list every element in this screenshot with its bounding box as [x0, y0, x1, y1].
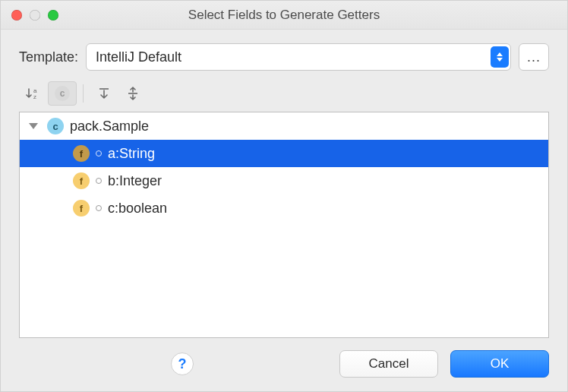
toolbar: a z c	[19, 81, 549, 106]
help-button[interactable]: ?	[171, 352, 194, 375]
tree-field-label: b:Integer	[108, 173, 162, 189]
dialog-window: Select Fields to Generate Getters Templa…	[0, 0, 568, 392]
visibility-icon	[96, 205, 102, 211]
close-window-button[interactable]	[11, 10, 22, 21]
expand-all-icon	[96, 86, 112, 101]
zoom-window-button[interactable]	[48, 10, 58, 21]
field-tree[interactable]: c pack.Sample f a:String f b:Integer f c…	[19, 112, 549, 338]
show-classes-button[interactable]: c	[48, 81, 77, 106]
field-icon: f	[73, 172, 90, 189]
ok-button[interactable]: OK	[450, 350, 549, 378]
class-badge-icon: c	[55, 86, 70, 101]
visibility-icon	[96, 150, 102, 156]
window-title: Select Fields to Generate Getters	[1, 8, 567, 23]
sort-alpha-icon: a z	[26, 86, 41, 101]
sort-alpha-button[interactable]: a z	[19, 81, 48, 106]
tree-field-row[interactable]: f a:String	[20, 140, 548, 167]
titlebar: Select Fields to Generate Getters	[1, 1, 567, 30]
expand-all-button[interactable]	[90, 81, 118, 106]
svg-text:z: z	[33, 93, 36, 100]
template-select[interactable]: IntelliJ Default	[86, 43, 511, 71]
ok-button-label: OK	[491, 356, 510, 371]
chevron-updown-icon	[491, 46, 509, 68]
template-label: Template:	[19, 49, 78, 65]
dialog-content: Template: IntelliJ Default ... a z	[1, 30, 567, 391]
tree-field-row[interactable]: f b:Integer	[20, 167, 548, 194]
template-browse-button[interactable]: ...	[519, 43, 549, 71]
field-icon: f	[73, 145, 90, 162]
cancel-button-label: Cancel	[369, 356, 409, 371]
template-select-value: IntelliJ Default	[96, 49, 181, 65]
class-icon: c	[47, 118, 64, 134]
ellipsis-icon: ...	[527, 49, 541, 65]
minimize-window-button	[30, 10, 40, 21]
collapse-all-button[interactable]	[118, 81, 147, 106]
tree-field-row[interactable]: f c:boolean	[20, 194, 548, 222]
collapse-all-icon	[125, 86, 140, 101]
toolbar-separator	[83, 84, 84, 103]
question-icon: ?	[178, 356, 187, 372]
tree-root-row[interactable]: c pack.Sample	[20, 112, 548, 140]
tree-field-label: a:String	[108, 146, 155, 162]
visibility-icon	[96, 178, 102, 184]
template-row: Template: IntelliJ Default ...	[19, 43, 549, 71]
cancel-button[interactable]: Cancel	[339, 350, 438, 378]
tree-field-label: c:boolean	[108, 201, 167, 217]
dialog-footer: ? Cancel OK	[19, 338, 549, 378]
window-controls	[1, 10, 58, 21]
tree-root-label: pack.Sample	[70, 119, 149, 134]
disclosure-triangle-icon[interactable]	[29, 123, 38, 129]
field-icon: f	[73, 200, 90, 217]
